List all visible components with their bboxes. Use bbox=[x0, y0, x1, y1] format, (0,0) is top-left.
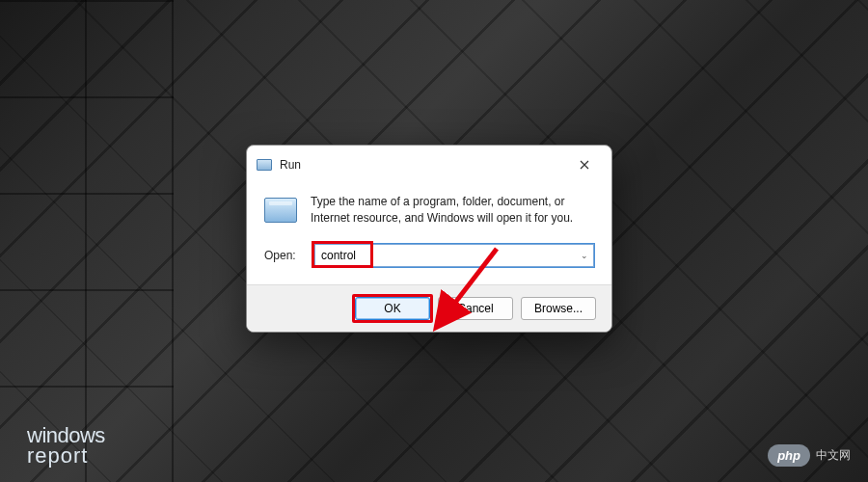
open-combobox[interactable]: ⌄ bbox=[314, 244, 594, 267]
run-dialog: Run Type the name of a program, folder, … bbox=[246, 145, 612, 333]
run-app-icon bbox=[264, 198, 297, 223]
open-label: Open: bbox=[264, 249, 305, 262]
watermark-right: php 中文网 bbox=[768, 444, 851, 467]
watermark-left: windows report bbox=[27, 426, 105, 467]
titlebar[interactable]: Run bbox=[247, 146, 611, 182]
dialog-content: Type the name of a program, folder, docu… bbox=[247, 182, 611, 242]
close-icon bbox=[580, 160, 589, 170]
ok-button[interactable]: OK bbox=[355, 297, 430, 320]
watermark-right-text: 中文网 bbox=[816, 447, 851, 464]
input-row: Open: ⌄ bbox=[247, 242, 611, 284]
watermark-right-badge: php bbox=[768, 444, 810, 467]
dialog-title: Run bbox=[280, 158, 567, 172]
watermark-left-line2: report bbox=[27, 446, 105, 467]
background-tiles bbox=[0, 0, 174, 482]
open-input[interactable] bbox=[314, 244, 594, 267]
browse-button[interactable]: Browse... bbox=[521, 297, 596, 320]
dialog-description: Type the name of a program, folder, docu… bbox=[311, 194, 594, 227]
button-row: OK Cancel Browse... bbox=[247, 284, 611, 332]
cancel-button[interactable]: Cancel bbox=[438, 297, 513, 320]
run-titlebar-icon bbox=[257, 159, 272, 171]
close-button[interactable] bbox=[567, 153, 602, 176]
